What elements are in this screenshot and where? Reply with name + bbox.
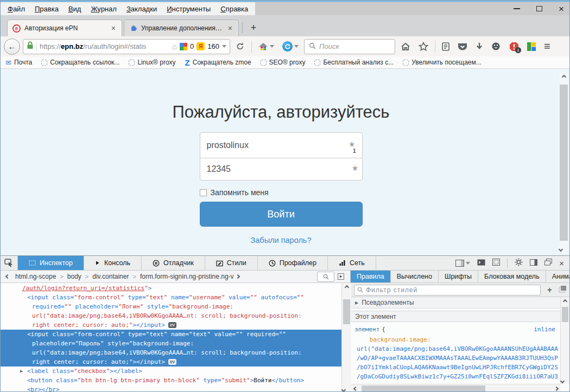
markup-search-button[interactable]	[317, 272, 334, 282]
undock-window-button[interactable]	[544, 258, 552, 268]
bookmark-item[interactable]: SEO® proxy	[261, 59, 306, 66]
dock-to-side-button[interactable]	[530, 258, 537, 268]
rule-source-link[interactable]: inline	[534, 326, 555, 333]
menu-item[interactable]: Справка	[216, 3, 253, 15]
bookmark-item[interactable]: Сокращатель ссылок...	[41, 59, 119, 66]
toggle-split-console-button[interactable]	[477, 258, 485, 268]
scroll-up-button[interactable]	[561, 297, 569, 305]
menu-item[interactable]: Вид	[64, 3, 86, 15]
menu-item[interactable]: Закладки	[122, 3, 162, 15]
event-badge[interactable]: ev	[168, 322, 176, 328]
devtools-tab-debugger[interactable]: Отладчик	[142, 256, 205, 270]
rule-value-line[interactable]: url("data:image/png;base64,iVBORw0KGgoAA…	[357, 344, 569, 354]
devtools-tab-console[interactable]: Консоль	[84, 256, 142, 270]
bookmark-item[interactable]: Увеличить посещаем...	[403, 59, 482, 66]
sidebar-tab[interactable]: Шрифты	[439, 271, 478, 282]
bookmark-item[interactable]: Linux® proxy	[129, 59, 175, 66]
breadcrumb-scroll-left-button[interactable]	[4, 275, 11, 278]
username-input[interactable]: prostolinux *1	[200, 132, 363, 158]
code-line[interactable]: <button class="btn btn-lg btn-primary bt…	[1, 376, 341, 385]
menu-item[interactable]: Правка	[30, 3, 64, 15]
bookmark-star-button[interactable]	[416, 38, 431, 55]
scrollbar-thumb[interactable]	[560, 85, 568, 241]
extension-button[interactable]	[280, 38, 301, 55]
bookmark-item[interactable]: ✉Почта	[5, 59, 32, 66]
rule-selector[interactable]: элемент	[354, 326, 379, 333]
back-button[interactable]: ←	[4, 38, 20, 55]
code-line[interactable]: ▶<label class="checkbox"></label>	[1, 367, 341, 376]
scroll-up-button[interactable]	[559, 73, 568, 81]
scrollbar-thumb[interactable]	[362, 385, 485, 391]
devtools-tab-network[interactable]: Сеть	[328, 256, 376, 270]
code-line[interactable]: <input class="form-control" type="text" …	[1, 330, 341, 339]
pocket-button[interactable]	[455, 38, 470, 55]
menu-button[interactable]: ≡	[541, 38, 553, 55]
sidebar-tab[interactable]: Блоковая модель	[478, 271, 546, 282]
close-button[interactable]: ×	[559, 4, 564, 14]
devtools-settings-button[interactable]	[515, 258, 523, 268]
code-line[interactable]: <br></br>	[1, 385, 341, 392]
rule-value-line[interactable]: /gDaCoGDudiy8SLwkBiwz1c7y+GZ25i0wnFEqlSZ…	[357, 372, 569, 381]
code-line[interactable]: required="" placeholder="Логин" style="b…	[1, 302, 341, 311]
devtools-tab-inspector[interactable]: Инспектор	[18, 256, 84, 270]
devtools-tab-profiler[interactable]: Профайлер	[258, 256, 328, 270]
pick-element-button[interactable]	[1, 256, 18, 270]
rule-value-line[interactable]: /bO7iIYmklaCUopLAQA6KNaawt9BeIgnUwLHPJRc…	[357, 363, 569, 372]
rds-bar-button[interactable]	[256, 38, 277, 55]
rules-horizontal-scrollbar[interactable]	[351, 384, 560, 392]
downloads-button[interactable]	[473, 38, 486, 55]
code-line[interactable]: right center; cursor: auto;"></input>ev	[1, 357, 341, 367]
scrollbar-thumb[interactable]	[343, 299, 350, 324]
home-button[interactable]	[398, 38, 413, 55]
visual-bookmarks-button[interactable]	[524, 38, 539, 55]
browser-tab[interactable]: Управление дополнения…×	[124, 20, 239, 36]
add-rule-button[interactable]: +	[545, 285, 554, 295]
rule-value-line[interactable]: /wD/AP+gvaeTAAAACXBIWXMAAAsTAAALEwEAmpwY…	[357, 354, 569, 363]
search-bar[interactable]: Поиск	[304, 39, 395, 54]
forgot-password-link[interactable]: Забыли пароль?	[200, 236, 363, 245]
maximize-button[interactable]	[536, 6, 542, 11]
responsive-mode-button[interactable]	[492, 258, 500, 268]
bookmark-item[interactable]: Бесплатный анализ с...	[314, 59, 394, 66]
sidebar-tab[interactable]: Правила	[351, 271, 391, 282]
code-line[interactable]: placeholder="Пароль" style="background-i…	[1, 339, 341, 348]
bookmarks-panel-button[interactable]	[439, 38, 452, 55]
scrollbar-thumb[interactable]	[562, 307, 568, 322]
bookmark-item[interactable]: ZСокращатель zmoe	[185, 59, 251, 67]
toggle-panes-button[interactable]	[455, 260, 470, 267]
sidebar-tab[interactable]: Анимации	[546, 271, 570, 282]
code-line[interactable]: <input class="form-control" type="text" …	[1, 293, 341, 302]
scroll-up-button[interactable]	[342, 283, 351, 291]
expand-twisty-icon[interactable]: ▶	[20, 367, 23, 376]
url-dropdown-icon[interactable]	[222, 45, 226, 48]
login-button[interactable]: Войти	[200, 202, 363, 227]
scroll-down-button[interactable]	[559, 243, 568, 252]
smiley-extension-button[interactable]	[489, 38, 503, 55]
password-input[interactable]: 12345 *	[200, 158, 363, 181]
adblock-button[interactable]: 1	[506, 38, 522, 55]
scroll-down-button[interactable]	[342, 384, 351, 392]
new-tab-button[interactable]: +	[246, 21, 261, 34]
minimize-button[interactable]	[514, 8, 520, 9]
tab-close-icon[interactable]: ×	[227, 24, 233, 33]
devtools-close-button[interactable]: ×	[559, 259, 564, 267]
scroll-down-button[interactable]	[561, 375, 569, 383]
breadcrumb-scroll-right-button[interactable]	[234, 275, 242, 278]
url-bar[interactable]: https://epn.bz/ru/auth/login#/statis ⌂ 0…	[23, 39, 230, 54]
expand-pane-button[interactable]	[335, 273, 347, 280]
browser-tab[interactable]: eАвторизация ePN×	[7, 20, 122, 36]
markup-scrollbar[interactable]	[341, 283, 351, 392]
password-manager-icon[interactable]: *1	[350, 140, 358, 153]
tab-close-icon[interactable]: ×	[110, 24, 117, 33]
breadcrumb-item[interactable]: body	[64, 273, 85, 280]
menu-item[interactable]: Инструменты	[162, 3, 216, 15]
code-line[interactable]: right center; cursor: auto;"></input>ev	[1, 320, 341, 330]
devtools-tab-styles[interactable]: Стили	[205, 256, 258, 270]
sidebar-tab[interactable]: Вычислено	[391, 271, 439, 282]
event-badge[interactable]: ev	[168, 359, 176, 365]
code-line[interactable]: /auth/login?return_uri=/statistics">	[1, 284, 341, 293]
reload-button[interactable]	[233, 38, 248, 55]
scroll-right-button[interactable]	[552, 384, 560, 392]
pseudo-elements-section[interactable]: ▶ Псевдоэлементы	[351, 297, 569, 309]
scroll-left-button[interactable]	[351, 384, 359, 392]
